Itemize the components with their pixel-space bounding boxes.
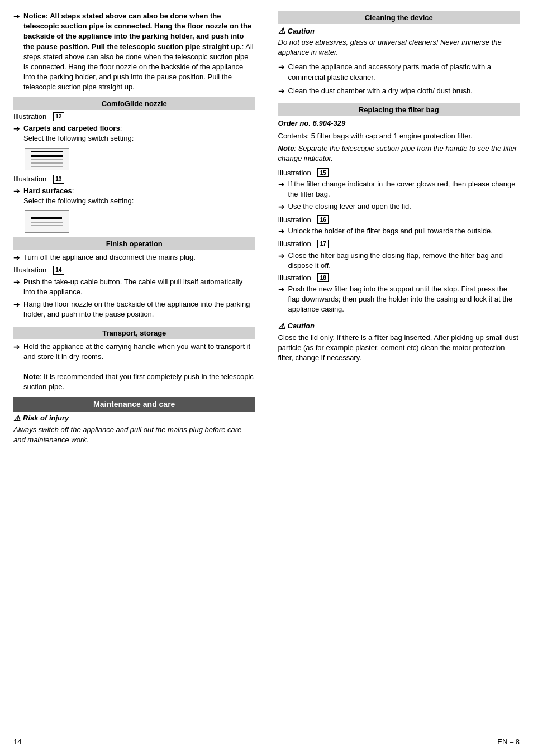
finish-item1: ➔ Turn off the appliance and disconnect … bbox=[13, 252, 255, 264]
filter-item1: ➔ If the filter change indicator in the … bbox=[278, 179, 520, 199]
illustration-15-label: Illustration 15 bbox=[278, 168, 520, 177]
transport-text: Hold the appliance at the carrying handl… bbox=[23, 342, 250, 361]
filter-note: Note: Separate the telescopic suction pi… bbox=[278, 143, 520, 164]
arrow-icon: ➔ bbox=[13, 11, 20, 22]
ill-16-box: 16 bbox=[317, 215, 329, 224]
arrow-icon: ➔ bbox=[278, 226, 285, 237]
illustration-14-label: Illustration 14 bbox=[13, 266, 255, 275]
notice-label: Notice: All steps stated above can also … bbox=[23, 12, 251, 51]
arrow-icon: ➔ bbox=[278, 62, 285, 73]
filter-item4: ➔ Close the filter bag using the closing… bbox=[278, 251, 520, 271]
ill-18-box: 18 bbox=[317, 273, 329, 282]
caution2-text: Close the lid only, if there is a filter… bbox=[278, 333, 520, 363]
filter-bag-header: Replacing the filter bag bbox=[278, 103, 520, 116]
risk-of-injury-header: ⚠ Risk of injury bbox=[13, 414, 255, 423]
illustration-18-label: Illustration 18 bbox=[278, 273, 520, 282]
arrow-icon: ➔ bbox=[13, 342, 20, 353]
ill-13-box: 13 bbox=[53, 175, 64, 184]
filter-item5: ➔ Push the new filter bag into the suppo… bbox=[278, 284, 520, 315]
finish-item3: ➔ Hang the floor nozzle on the backside … bbox=[13, 299, 255, 319]
note-label: Note bbox=[278, 144, 294, 152]
transport-note-label: Note bbox=[23, 372, 40, 381]
illustration-12-label: Illustration 12 bbox=[13, 112, 255, 121]
note-text: : Separate the telescopic suction pipe f… bbox=[278, 144, 517, 162]
carpets-text: Select the following switch setting: bbox=[23, 134, 134, 142]
arrow-icon: ➔ bbox=[13, 252, 20, 264]
footer-right: EN – 8 bbox=[497, 738, 520, 746]
cleaning-item1: ➔ Clean the appliance and accessory part… bbox=[278, 62, 520, 82]
transport-note-text: : It is recommended that you first compl… bbox=[23, 372, 254, 391]
ill-14-box: 14 bbox=[53, 266, 64, 275]
footer: 14 EN – 8 bbox=[0, 733, 533, 750]
ill-17-box: 17 bbox=[317, 240, 329, 248]
caution1-header: ⚠ Caution bbox=[278, 26, 520, 35]
filter-item3: ➔ Unlock the holder of the filter bags a… bbox=[278, 226, 520, 237]
intro-notice: ➔ Notice: All steps stated above can als… bbox=[13, 11, 255, 93]
arrow-icon: ➔ bbox=[278, 284, 285, 295]
ill-12-box: 12 bbox=[53, 112, 64, 121]
order-number: Order no. 6.904-329 bbox=[278, 118, 520, 128]
transport-item1: ➔ Hold the appliance at the carrying han… bbox=[13, 342, 255, 393]
warning-triangle-icon: ⚠ bbox=[278, 26, 285, 35]
right-column: Cleaning the device ⚠ Caution Do not use… bbox=[273, 11, 520, 745]
illustration-16-label: Illustration 16 bbox=[278, 215, 520, 224]
caution1-text: Do not use abrasives, glass or universal… bbox=[278, 37, 520, 58]
arrow-icon: ➔ bbox=[13, 277, 20, 288]
arrow-icon: ➔ bbox=[278, 179, 285, 190]
contents-text: Contents: 5 filter bags with cap and 1 e… bbox=[278, 131, 520, 141]
left-column: ➔ Notice: All steps stated above can als… bbox=[13, 11, 261, 745]
footer-left: 14 bbox=[13, 738, 21, 746]
filter-item2: ➔ Use the closing lever and open the lid… bbox=[278, 202, 520, 213]
hard-label: Hard surfaces bbox=[23, 186, 72, 195]
arrow-icon: ➔ bbox=[13, 123, 20, 135]
arrow-icon: ➔ bbox=[278, 202, 285, 213]
arrow-icon: ➔ bbox=[278, 86, 285, 97]
carpets-label: Carpets and carpeted floors bbox=[23, 124, 120, 132]
warning-triangle-icon: ⚠ bbox=[278, 322, 285, 331]
warning-triangle-icon: ⚠ bbox=[13, 414, 21, 423]
illustration-13-label: Illustration 13 bbox=[13, 175, 255, 184]
hard-switch-image bbox=[25, 210, 69, 233]
arrow-icon: ➔ bbox=[13, 299, 20, 310]
cleaning-item2: ➔ Clean the dust chamber with a dry wipe… bbox=[278, 86, 520, 97]
carpet-switch-image bbox=[25, 148, 69, 170]
arrow-icon: ➔ bbox=[13, 186, 20, 197]
illustration-17-label: Illustration 17 bbox=[278, 240, 520, 248]
risk-of-injury-text: Always switch off the appliance and pull… bbox=[13, 425, 255, 445]
finish-item2: ➔ Push the take-up cable button. The cab… bbox=[13, 277, 255, 297]
comfoglide-header: ComfoGlide nozzle bbox=[13, 97, 255, 110]
carpets-item: ➔ Carpets and carpeted floors: Select th… bbox=[13, 123, 255, 143]
caution2-header: ⚠ Caution bbox=[278, 322, 520, 331]
arrow-icon: ➔ bbox=[278, 251, 285, 262]
ill-15-box: 15 bbox=[317, 168, 329, 177]
finish-header: Finish operation bbox=[13, 237, 255, 250]
transport-header: Transport, storage bbox=[13, 327, 255, 339]
cleaning-header: Cleaning the device bbox=[278, 11, 520, 24]
maintenance-header: Maintenance and care bbox=[13, 397, 255, 412]
hard-text: Select the following switch setting: bbox=[23, 197, 134, 205]
hard-surfaces-item: ➔ Hard surfaces: Select the following sw… bbox=[13, 186, 255, 206]
